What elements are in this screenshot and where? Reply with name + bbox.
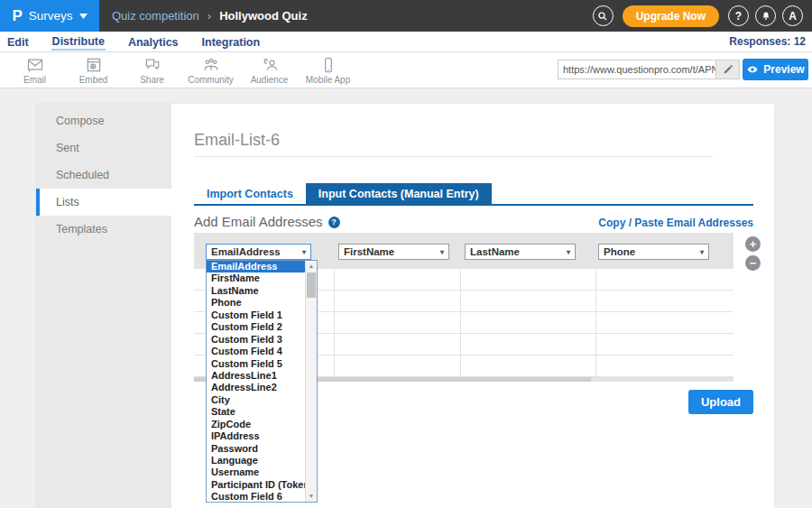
channel-share[interactable]: Share [123, 56, 181, 85]
channel-label: Share [140, 75, 164, 85]
channel-label: Community [188, 75, 234, 85]
tab-import-contacts[interactable]: Import Contacts [194, 183, 306, 204]
breadcrumb-separator: › [208, 9, 211, 23]
title-divider [194, 156, 713, 157]
audience-icon [261, 56, 279, 74]
preview-button[interactable]: Preview [743, 59, 808, 80]
column-select-1[interactable]: EmailAddress ▾ [206, 244, 311, 260]
sidebar-item-label: Templates [56, 223, 107, 236]
select-value: EmailAddress [211, 246, 281, 257]
pencil-icon [723, 64, 734, 75]
survey-url-input[interactable]: https://www.questionpro.com/t/APNrFZ [558, 60, 715, 79]
dropdown-option[interactable]: Phone [207, 297, 305, 309]
dropdown-option[interactable]: Language [207, 455, 305, 466]
product-label: Surveys [29, 9, 73, 23]
channel-label: Embed [79, 75, 108, 85]
dropdown-option[interactable]: EmailAddress [207, 261, 305, 272]
dropdown-scrollbar-thumb[interactable] [307, 272, 316, 298]
dropdown-option[interactable]: Custom Field 3 [207, 334, 305, 346]
breadcrumb: Quiz competition › Hollywood Quiz [112, 9, 308, 23]
survey-nav: Edit Distribute Analytics Integration Re… [0, 32, 812, 52]
dropdown-option[interactable]: Custom Field 5 [207, 358, 305, 370]
dropdown-option[interactable]: Custom Field 1 [207, 309, 305, 321]
nav-item-integration[interactable]: Integration [201, 34, 262, 50]
sidebar-item-label: Lists [56, 196, 79, 208]
channel-mobile-app[interactable]: Mobile App [299, 56, 357, 85]
dropdown-option[interactable]: FirstName [207, 272, 305, 284]
preview-label: Preview [763, 63, 804, 76]
remove-row-button[interactable]: − [745, 255, 761, 271]
upgrade-now-button[interactable]: Upgrade Now [623, 5, 719, 27]
sidebar-item-sent[interactable]: Sent [36, 134, 171, 162]
dropdown-option[interactable]: City [207, 394, 305, 406]
dropdown-option[interactable]: State [207, 406, 305, 418]
channel-embed[interactable]: Embed [64, 56, 123, 85]
dropdown-option[interactable]: Participant ID (Tokens) [207, 479, 305, 491]
edit-url-button[interactable] [715, 60, 739, 79]
dropdown-option[interactable]: Custom Field 6 [207, 491, 305, 502]
bell-icon [761, 11, 771, 22]
responses-count[interactable]: Responses: 12 [729, 35, 806, 48]
tabs-underline [194, 204, 753, 206]
breadcrumb-parent[interactable]: Quiz competition [112, 9, 199, 23]
breadcrumb-current: Hollywood Quiz [219, 9, 308, 23]
tab-input-contacts-manual[interactable]: Input Contacts (Manual Entry) [306, 183, 492, 204]
add-row-button[interactable]: + [745, 236, 761, 252]
channel-label: Audience [251, 75, 289, 85]
column-select-2[interactable]: FirstName ▾ [338, 244, 449, 260]
column-divider [460, 269, 461, 377]
email-icon [26, 56, 44, 74]
dropdown-option[interactable]: Username [207, 466, 305, 478]
channel-label: Email [23, 75, 46, 85]
section-title: Add Email Addresses? [194, 214, 340, 229]
dropdown-option[interactable]: ZipCode [207, 419, 305, 430]
notifications-button[interactable] [755, 5, 776, 26]
help-button[interactable]: ? [728, 5, 749, 26]
search-icon [597, 11, 608, 22]
sidebar-item-templates[interactable]: Templates [36, 216, 171, 243]
column-select-4[interactable]: Phone ▾ [598, 244, 709, 260]
sidebar-item-label: Sent [56, 142, 79, 154]
sidebar-item-compose[interactable]: Compose [36, 107, 171, 134]
channel-audience[interactable]: Audience [240, 56, 299, 85]
channel-community[interactable]: Community [181, 56, 240, 85]
field-dropdown: EmailAddress FirstName LastName Phone Cu… [206, 260, 318, 503]
dropdown-option[interactable]: AddressLine1 [207, 370, 305, 382]
minus-icon: − [750, 257, 757, 269]
upload-button[interactable]: Upload [688, 390, 753, 414]
nav-item-analytics[interactable]: Analytics [127, 34, 180, 50]
avatar[interactable]: A [782, 5, 803, 26]
chevron-down-icon [79, 14, 88, 19]
column-select-3[interactable]: LastName ▾ [465, 244, 576, 260]
dropdown-option[interactable]: IPAddress [207, 430, 305, 442]
select-value: Phone [604, 246, 635, 257]
dropdown-option[interactable]: Custom Field 2 [207, 321, 305, 333]
community-icon [202, 56, 220, 74]
search-button[interactable] [593, 5, 614, 26]
sidebar-item-scheduled[interactable]: Scheduled [36, 162, 171, 189]
dropdown-option[interactable]: LastName [207, 285, 305, 297]
column-divider [334, 269, 335, 377]
dropdown-option[interactable]: Custom Field 4 [207, 346, 305, 357]
email-sidebar: Compose Sent Scheduled Lists Templates [36, 104, 171, 508]
dropdown-scrollbar[interactable]: ▲ ▼ [305, 261, 317, 502]
channel-email[interactable]: Email [5, 56, 64, 85]
sidebar-item-label: Compose [56, 115, 105, 127]
surveys-menu[interactable]: P Surveys [0, 0, 99, 32]
sidebar-item-lists[interactable]: Lists [36, 189, 171, 216]
scroll-up-icon[interactable]: ▲ [306, 261, 317, 272]
dropdown-option[interactable]: AddressLine2 [207, 382, 305, 393]
nav-item-edit[interactable]: Edit [6, 34, 30, 50]
select-value: FirstName [344, 246, 394, 257]
channel-label: Mobile App [306, 75, 350, 85]
column-divider [595, 269, 596, 377]
dropdown-option[interactable]: Password [207, 443, 305, 455]
help-icon[interactable]: ? [328, 217, 340, 228]
page-title: Email-List-6 [194, 131, 280, 150]
contacts-tabs: Import Contacts Input Contacts (Manual E… [194, 183, 492, 204]
caret-down-icon: ▾ [567, 248, 570, 256]
nav-item-distribute[interactable]: Distribute [51, 33, 106, 51]
scroll-down-icon[interactable]: ▼ [306, 491, 317, 502]
plus-icon: + [750, 238, 757, 250]
copy-paste-link[interactable]: Copy / Paste Email Addresses [392, 217, 753, 229]
